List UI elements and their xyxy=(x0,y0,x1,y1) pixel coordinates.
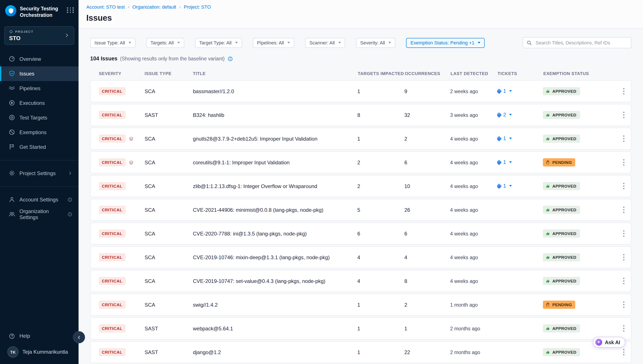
table-row[interactable]: CRITICAL SCA swig//1.4.2 1 2 1 month ago xyxy=(90,294,631,316)
occurrences: 26 xyxy=(404,207,450,213)
info-icon[interactable] xyxy=(227,56,233,62)
filter-dropdown-label: Targets: All xyxy=(150,40,174,45)
table-row[interactable]: CRITICAL SCA bassmaster//1.2.0 1 9 2 wee… xyxy=(90,80,631,102)
tickets-cell: 2 xyxy=(497,112,543,118)
row-menu-button[interactable] xyxy=(616,133,631,144)
row-menu-button[interactable] xyxy=(616,276,631,286)
chevron-right-icon xyxy=(68,171,73,176)
page-title: Issues xyxy=(86,13,635,23)
filter-dropdown[interactable]: Issue Type: All xyxy=(90,38,135,48)
severity-cell: CRITICAL xyxy=(99,134,145,143)
table-row[interactable]: CRITICAL SAST django@1.2 1 22 2 months a… xyxy=(90,341,631,363)
occurrences: 6 xyxy=(404,230,450,236)
ticket-dropdown[interactable]: 1 xyxy=(497,159,512,166)
approved-icon xyxy=(545,326,550,331)
sidebar-item-organization-settings[interactable]: Organization Settings xyxy=(0,207,79,222)
occurrences: 32 xyxy=(404,112,450,118)
exemption-status-badge: PENDING xyxy=(543,300,575,309)
last-detected: 4 weeks ago xyxy=(450,231,497,236)
row-menu-button[interactable] xyxy=(616,228,631,239)
row-menu-button[interactable] xyxy=(616,252,631,263)
ticket-dropdown[interactable]: 1 xyxy=(497,183,512,189)
col-severity: SEVERITY xyxy=(99,71,145,76)
sto-module-logo[interactable] xyxy=(5,5,17,16)
user-menu[interactable]: TK Teja Kummarikuntla xyxy=(0,343,79,360)
issue-title: CVE-2019-10747: set-value@0.4.3 (lang-pk… xyxy=(193,278,357,284)
ticket-dropdown[interactable]: 2 xyxy=(497,112,512,118)
sidebar-item-pipelines[interactable]: Pipelines xyxy=(0,81,79,96)
severity-cell: CRITICAL xyxy=(99,182,145,190)
table-row[interactable]: CRITICAL SCA CVE-2021-44906: minimist@0.… xyxy=(90,199,631,221)
table-row[interactable]: CRITICAL SCA zlib@1:1.2.13.dfsg-1: Integ… xyxy=(90,175,631,197)
row-menu-button[interactable] xyxy=(616,323,631,334)
last-detected: 4 weeks ago xyxy=(450,160,497,165)
exemption-status-label: PENDING xyxy=(552,160,572,165)
row-menu-button[interactable] xyxy=(616,299,631,310)
sidebar-item-project-settings[interactable]: Project Settings xyxy=(0,166,79,181)
sidebar-item-executions[interactable]: Executions xyxy=(0,96,79,110)
row-menu-button[interactable] xyxy=(616,181,631,192)
issue-title: CVE-2019-10746: mixin-deep@1.3.1 (lang-p… xyxy=(193,254,357,260)
chevron-down-icon xyxy=(509,90,512,92)
filter-exemption-status-dropdown[interactable]: Exemption Status: Pending +1 xyxy=(406,38,485,48)
ticket-dropdown[interactable]: 1 xyxy=(497,136,512,142)
project-selector[interactable]: PROJECT STO xyxy=(4,26,74,45)
help-button[interactable]: Help xyxy=(0,329,79,343)
breadcrumb-organization-link[interactable]: Organization: default xyxy=(132,4,176,10)
sidebar-item-test-targets[interactable]: Test Targets xyxy=(0,110,79,125)
table-row[interactable]: CRITICAL SCA coreutils@9.1-1: Improper I… xyxy=(90,152,631,173)
ticket-count: 1 xyxy=(503,183,506,189)
info-icon[interactable] xyxy=(67,212,73,217)
filter-dropdown-label: Severity: All xyxy=(360,40,385,45)
table-row[interactable]: CRITICAL SCA CVE-2020-7788: ini@1.3.5 (l… xyxy=(90,222,631,244)
sidebar-collapse-handle[interactable] xyxy=(73,331,85,343)
sidebar-item-exemptions[interactable]: Exemptions xyxy=(0,125,79,140)
filter-dropdown[interactable]: Pipelines: All xyxy=(253,38,294,48)
sidebar-item-issues[interactable]: Issues xyxy=(0,66,79,81)
chevron-right-icon xyxy=(64,33,70,38)
sidebar-item-get-started[interactable]: Get Started xyxy=(0,140,79,154)
row-menu-button[interactable] xyxy=(616,157,631,168)
filter-dropdown[interactable]: Severity: All xyxy=(356,38,395,48)
breadcrumb-account-link[interactable]: Account: STO test xyxy=(86,4,125,10)
actions-cell xyxy=(616,323,631,334)
sidebar-item-overview[interactable]: Overview xyxy=(0,52,79,66)
issue-type: SCA xyxy=(145,230,193,236)
baseline-note: (Showing results only from the baseline … xyxy=(120,56,225,61)
info-icon[interactable] xyxy=(67,197,73,202)
issue-title: gnutls28@3.7.9-2+deb12u5: Improper Input… xyxy=(193,136,357,142)
issue-count: 104 Issues xyxy=(90,56,118,62)
approved-icon xyxy=(545,112,550,117)
col-title: TITLE xyxy=(193,71,358,76)
severity-badge: CRITICAL xyxy=(99,206,125,214)
table-row[interactable]: CRITICAL SCA CVE-2019-10747: set-value@0… xyxy=(90,270,631,292)
actions-cell xyxy=(616,347,631,358)
breadcrumb-project-link[interactable]: Project: STO xyxy=(184,4,211,10)
actions-cell xyxy=(616,228,631,239)
filter-dropdown[interactable]: Targets: All xyxy=(146,38,184,48)
approved-icon xyxy=(545,208,550,212)
chevron-down-icon xyxy=(509,138,512,140)
search-input[interactable] xyxy=(535,40,627,46)
table-row[interactable]: CRITICAL SAST B324: hashlib 8 32 3 weeks… xyxy=(90,104,631,126)
occurrences: 10 xyxy=(404,183,450,189)
table-row[interactable]: CRITICAL SAST webpack@5.64.1 1 1 2 month… xyxy=(90,318,631,340)
ask-ai-button[interactable]: Ask AI xyxy=(593,337,625,348)
exemption-cell: APPROVED xyxy=(543,111,616,119)
severity-badge: CRITICAL xyxy=(99,230,125,238)
row-menu-button[interactable] xyxy=(616,347,631,358)
col-exemption-status: EXEMPTION STATUS xyxy=(543,71,617,76)
ticket-dropdown[interactable]: 1 xyxy=(497,88,512,94)
row-menu-button[interactable] xyxy=(616,204,631,216)
module-switcher-icon[interactable] xyxy=(67,7,74,13)
filter-dropdown[interactable]: Scanner: All xyxy=(305,38,345,48)
row-menu-button[interactable] xyxy=(616,86,631,97)
jira-icon xyxy=(497,160,502,165)
actions-cell xyxy=(616,110,631,120)
row-menu-button[interactable] xyxy=(616,110,631,120)
table-row[interactable]: CRITICAL SCA CVE-2019-10746: mixin-deep@… xyxy=(90,246,631,268)
filter-dropdown[interactable]: Target Type: All xyxy=(195,38,242,48)
occurrences: 9 xyxy=(404,88,450,94)
table-row[interactable]: CRITICAL SCA gnutls28@3.7.9-2+deb12u5: I… xyxy=(90,128,631,150)
sidebar-item-account-settings[interactable]: Account Settings xyxy=(0,192,79,207)
